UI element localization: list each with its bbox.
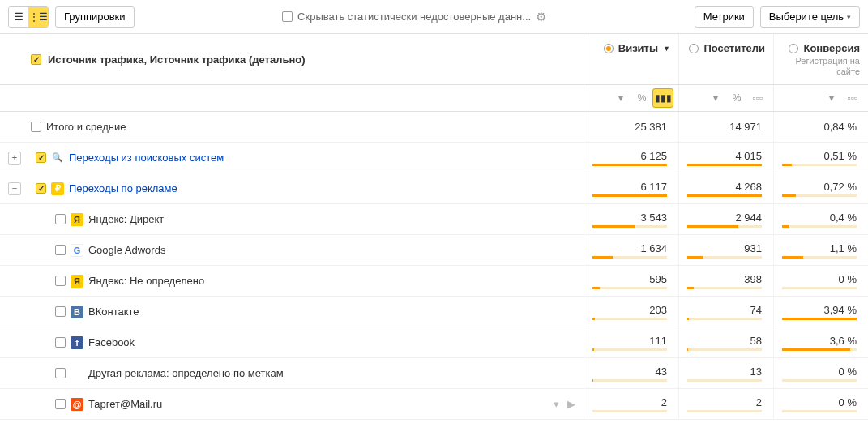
- cell-visitors: 4 268: [735, 181, 762, 193]
- row-checkbox[interactable]: [55, 245, 66, 255]
- filter-icon[interactable]: ▾: [821, 88, 842, 108]
- row-checkbox[interactable]: [55, 337, 66, 348]
- totals-visits: 25 381: [635, 121, 667, 133]
- hide-stat-label: Скрывать статистически недостоверные дан…: [297, 11, 531, 23]
- cell-conversion: 0 %: [839, 396, 857, 408]
- filter-icon[interactable]: ▾: [705, 88, 726, 108]
- row-label: Google Adwords: [88, 244, 165, 256]
- collapse-button[interactable]: −: [8, 182, 21, 195]
- row-yandex-undefined: Я Яндекс: Не определено 595 398 0 %: [0, 266, 868, 297]
- row-label: Таргет@Mail.ru: [88, 398, 162, 410]
- ads-source-icon: ₽: [51, 182, 64, 195]
- cell-visits: 203: [649, 304, 667, 316]
- cell-visitors: 74: [750, 304, 762, 316]
- yandex-icon: Я: [71, 275, 83, 288]
- row-checkbox[interactable]: [55, 214, 66, 224]
- visitors-label: Посетители: [703, 42, 765, 54]
- cell-visitors: 2: [756, 396, 762, 408]
- chevron-down-icon: ▾: [847, 13, 851, 21]
- totals-checkbox[interactable]: [31, 122, 41, 132]
- toolbar: ☰ ⋮☰ Группировки Скрывать статистически …: [0, 0, 868, 34]
- row-label: Facebook: [88, 336, 135, 348]
- mailru-icon: @: [71, 398, 83, 411]
- row-label[interactable]: Переходы из поисковых систем: [69, 152, 224, 164]
- visits-label: Визиты: [618, 42, 658, 54]
- view-list-button[interactable]: ☰: [9, 7, 28, 27]
- dimension-checkbox[interactable]: [31, 54, 41, 65]
- cell-conversion: 0 %: [839, 365, 857, 378]
- goal-select[interactable]: Выберите цель ▾: [760, 6, 860, 28]
- totals-label: Итого и средние: [46, 121, 126, 133]
- row-yandex-direct: Я Яндекс: Директ 3 543 2 944 0,4 %: [0, 204, 868, 235]
- groupings-button[interactable]: Группировки: [55, 6, 135, 28]
- percent-icon[interactable]: %: [726, 88, 747, 108]
- row-label[interactable]: Переходы по рекламе: [69, 182, 177, 194]
- row-checkbox[interactable]: [55, 306, 66, 317]
- search-source-icon: 🔍: [51, 152, 64, 165]
- report-table: Источник трафика, Источник трафика (дета…: [0, 34, 868, 420]
- cell-conversion: 0,4 %: [830, 212, 857, 224]
- cell-visits: 6 117: [640, 181, 667, 193]
- row-checkbox[interactable]: [55, 276, 66, 286]
- visits-radio[interactable]: [604, 44, 614, 53]
- cell-visits: 43: [656, 365, 667, 378]
- conversion-tools: ▾ ▫▫▫: [773, 85, 868, 111]
- view-toggle: ☰ ⋮☰: [8, 6, 49, 28]
- cell-conversion: 0,51 %: [824, 150, 857, 162]
- metrics-button[interactable]: Метрики: [695, 6, 754, 28]
- row-checkbox[interactable]: [55, 399, 66, 409]
- row-label: Яндекс: Директ: [88, 213, 164, 225]
- row-checkbox[interactable]: [55, 368, 66, 378]
- play-icon[interactable]: ▶: [567, 398, 575, 410]
- row-ads: − ₽ Переходы по рекламе 6 117 4 268 0,72…: [0, 173, 868, 204]
- view-tree-button[interactable]: ⋮☰: [28, 7, 48, 27]
- totals-conversion: 0,84 %: [824, 121, 857, 133]
- cell-visits: 111: [649, 335, 667, 347]
- row-other-ads: Другая реклама: определено по меткам 43 …: [0, 358, 868, 389]
- sort-desc-icon: ▼: [663, 45, 670, 53]
- visitors-radio[interactable]: [689, 44, 699, 53]
- row-checkbox[interactable]: [36, 152, 46, 163]
- row-vkontakte: B ВКонтакте 203 74 3,94 %: [0, 297, 868, 327]
- gear-icon[interactable]: ⚙: [536, 10, 546, 24]
- cell-visitors: 4 015: [735, 150, 762, 162]
- row-facebook: f Facebook 111 58 3,6 %: [0, 327, 868, 358]
- totals-row: Итого и средние 25 381 14 971 0,84 %: [0, 112, 868, 143]
- bar-chart-icon[interactable]: ▫▫▫: [842, 88, 863, 108]
- conversion-radio[interactable]: [789, 44, 798, 53]
- row-google-adwords: G Google Adwords 1 634 931 1,1 %: [0, 235, 868, 266]
- expand-button[interactable]: +: [8, 152, 21, 165]
- cell-conversion: 0,72 %: [824, 181, 857, 193]
- visits-tools: ▾ % ▮▮▮: [584, 85, 678, 111]
- funnel-icon[interactable]: ▾: [554, 398, 559, 410]
- cell-visitors: 931: [744, 242, 762, 254]
- percent-icon[interactable]: %: [631, 88, 652, 108]
- dimension-header: Источник трафика, Источник трафика (дета…: [0, 34, 584, 84]
- metric-header-visits[interactable]: Визиты ▼: [584, 34, 678, 84]
- google-icon: G: [71, 244, 83, 257]
- cell-visits: 6 125: [640, 150, 667, 162]
- vk-icon: B: [71, 306, 83, 318]
- conversion-sublabel: Регистрация на сайте: [782, 56, 860, 77]
- yandex-icon: Я: [71, 213, 83, 226]
- cell-visitors: 2 944: [735, 212, 762, 224]
- facebook-icon: f: [71, 336, 83, 349]
- row-checkbox[interactable]: [36, 183, 46, 194]
- cell-conversion: 3,6 %: [830, 335, 857, 347]
- dimension-title: Источник трафика, Источник трафика (дета…: [48, 53, 306, 66]
- metric-header-conversion[interactable]: Конверсия Регистрация на сайте: [773, 34, 868, 84]
- row-target-mailru: @ Таргет@Mail.ru ▾ ▶ 2 2 0 %: [0, 389, 868, 420]
- cell-visits: 1 634: [640, 242, 667, 254]
- bar-chart-icon[interactable]: ▮▮▮: [652, 88, 673, 108]
- cell-visits: 3 543: [640, 212, 667, 224]
- cell-visits: 2: [661, 396, 667, 408]
- cell-conversion: 3,94 %: [824, 304, 857, 316]
- metric-header-visitors[interactable]: Посетители: [678, 34, 773, 84]
- bar-chart-icon[interactable]: ▫▫▫: [747, 88, 768, 108]
- hide-stat-checkbox[interactable]: [282, 11, 293, 22]
- filter-icon[interactable]: ▾: [610, 88, 631, 108]
- cell-visits: 595: [649, 273, 667, 285]
- cell-conversion: 0 %: [839, 273, 857, 285]
- row-label: ВКонтакте: [88, 306, 139, 318]
- row-label: Яндекс: Не определено: [88, 275, 204, 287]
